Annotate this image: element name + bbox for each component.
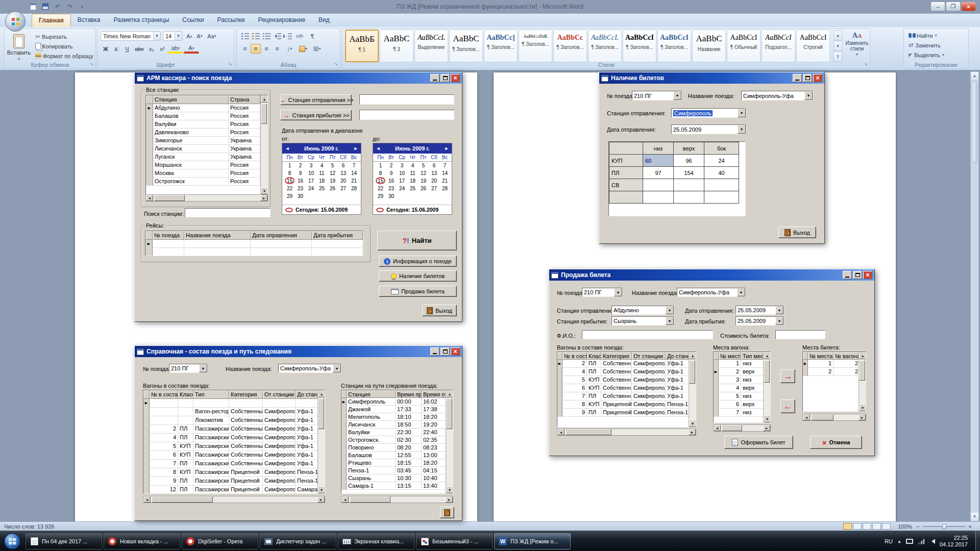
increase-indent-button[interactable] (283, 31, 293, 41)
scroll-thumb[interactable] (972, 81, 977, 163)
calendar-day[interactable]: 22 (375, 185, 386, 192)
train-name-combo[interactable]: Симферополь-Уфа▼ (278, 364, 341, 373)
justify-button[interactable]: ≡ (272, 44, 282, 54)
wagons-grid[interactable]: № в составе Класс Тип Категория От станц… (143, 390, 325, 494)
calendar-next-icon[interactable]: ► (351, 146, 361, 151)
print-layout-view-icon[interactable] (843, 523, 852, 530)
style-gallery-item[interactable]: AaBbС ¶ 3 (380, 30, 413, 62)
depart-date-combo[interactable]: 25.05.2009▼ (736, 306, 784, 315)
route-station-row[interactable]: Острогожск. 02:30 02:35 (341, 436, 453, 444)
calendar-day[interactable]: 2 (295, 162, 306, 169)
align-left-button[interactable]: ≡ (240, 44, 250, 54)
calendar-day[interactable]: 16 (295, 177, 306, 185)
calendar-day[interactable]: 30 (386, 192, 397, 200)
style-gallery-item[interactable]: АаBbCcL Выделение (414, 30, 448, 62)
add-seat-button[interactable]: → (780, 369, 795, 383)
change-styles-button[interactable]: АА Изменить стили ▾ (845, 31, 869, 57)
scroll-up-icon[interactable]: ▲ (261, 95, 268, 103)
wagons-vscrollbar[interactable]: ▲ ▼ (689, 352, 696, 427)
calendar-day[interactable]: 26 (327, 185, 338, 192)
wagons-hscrollbar[interactable]: ◄ ► (143, 496, 325, 503)
station-row[interactable]: Давлеканово Россия (146, 129, 267, 137)
find-button[interactable]: Найти▾ (906, 31, 946, 40)
flight-row[interactable]: ▶ (145, 240, 363, 248)
availability-row[interactable] (609, 191, 739, 204)
scroll-up-icon[interactable]: ▲ (689, 352, 696, 359)
style-gallery-item[interactable]: AaBbБ ¶ 1 (345, 30, 379, 62)
arrive-station-field[interactable] (359, 110, 454, 120)
train-number-combo[interactable]: 210 ПГ▼ (632, 91, 682, 101)
taskbar-button-notes[interactable]: Пн 04 дек 2017 ... (26, 533, 102, 549)
calendar-day[interactable]: 28 (439, 185, 450, 192)
wagon-row[interactable]: 6 КУП Пассажирский Собственный Симферопо… (143, 451, 325, 460)
seat-row[interactable]: 4 верх (714, 384, 770, 392)
font-size-combo[interactable]: 14▼ (163, 31, 182, 41)
scroll-right-icon[interactable]: ► (446, 496, 453, 503)
zoom-slider[interactable] (923, 526, 966, 527)
column-header[interactable]: № в составе (562, 352, 587, 360)
calendar-day[interactable]: 4 (407, 162, 418, 169)
calendar-day[interactable]: 10 (306, 169, 316, 177)
exit-button[interactable]: Выход (422, 305, 457, 316)
zoom-level[interactable]: 100% (898, 523, 912, 530)
column-header[interactable]: До станции (666, 352, 690, 360)
calendar-day[interactable]: 29 (375, 192, 386, 200)
scroll-right-icon[interactable]: ► (317, 496, 325, 503)
ticket-seat-row[interactable]: 2 2 (803, 368, 866, 376)
flights-grid[interactable]: № поезда Название поезда Дата оправления… (145, 231, 363, 256)
calendar-day[interactable]: 30 (295, 192, 306, 200)
seat-row[interactable]: 6 верх (714, 400, 770, 409)
close-button[interactable]: × (451, 347, 460, 356)
calendar-day[interactable]: 22 (284, 185, 295, 192)
copy-button[interactable]: Копировать (33, 41, 75, 51)
calendar-day[interactable]: 13 (338, 169, 349, 177)
redo-icon[interactable]: ↷ (65, 2, 75, 11)
wagon-row[interactable]: 4 ПЛ Собственн. Симферополь Уфа-1 (557, 368, 696, 376)
scroll-left-icon[interactable]: ◄ (146, 195, 153, 201)
wagon-row[interactable]: Локомотив Собственный Симферополь Уфа-1 (143, 416, 325, 425)
exit-button[interactable]: Выход (778, 227, 816, 238)
issue-ticket-button[interactable]: Оформить билет (724, 436, 793, 449)
station-row[interactable]: Москва Россия (146, 169, 267, 178)
calendar-day[interactable]: 8 (284, 169, 295, 177)
station-row[interactable]: Луганск Украина (146, 153, 267, 161)
paragraph-dialog-launcher-icon[interactable]: ⇘ (333, 62, 339, 67)
calendar-day[interactable]: 10 (397, 169, 407, 177)
clock[interactable]: 22:25 04.12.2017 (940, 535, 968, 548)
station-row[interactable]: Валуйки Россия (146, 120, 267, 129)
column-header[interactable]: Название поезда (184, 231, 251, 240)
italic-button[interactable]: К (111, 44, 121, 54)
maximize-button[interactable] (440, 347, 450, 356)
minimize-button[interactable] (843, 271, 852, 279)
arrive-date-combo[interactable]: 25.05.2009▼ (736, 316, 784, 325)
gallery-scroll-down-icon[interactable]: ▼ (834, 41, 842, 51)
wagon-row[interactable]: 12 ПЛ Пассажирский Прицепной Симферополь… (143, 486, 325, 494)
search-station-input[interactable] (185, 208, 271, 217)
column-header[interactable]: Категория (601, 352, 632, 360)
train-name-combo[interactable]: Симферополь-Уфа▼ (677, 288, 746, 297)
route-station-row[interactable]: Балашов 12:55 13:00 (341, 452, 453, 459)
strikethrough-button[interactable]: abc (133, 44, 146, 54)
calendar-day[interactable]: 15 (284, 177, 295, 185)
calendar-day[interactable]: 23 (386, 185, 397, 192)
calendar-day[interactable]: 20 (429, 177, 439, 185)
wagon-row[interactable]: 6 КУП Собственн. Симферополь Уфа-1 (557, 384, 696, 392)
calendar-day[interactable]: 27 (338, 185, 349, 192)
scroll-down-icon[interactable]: ▼ (318, 486, 325, 493)
wagon-row[interactable]: 8 КУП Прицепной Симферополь Пенза-1 (557, 400, 696, 409)
align-right-button[interactable]: ≡ (261, 44, 272, 54)
station-row[interactable]: Острогожск Россия (146, 178, 267, 186)
ticket-hscrollbar[interactable]: ◄ ► (802, 414, 866, 421)
calendar-day[interactable]: 6 (429, 162, 439, 169)
calendar-day[interactable]: 19 (418, 177, 429, 185)
select-button[interactable]: ◤Выделить▾ (906, 50, 946, 60)
wagon-row[interactable]: ▶ (143, 399, 325, 408)
column-header[interactable]: № вагона (834, 352, 860, 360)
style-gallery-item[interactable]: AaBbCсI ¶ Заголов... (623, 30, 656, 62)
web-view-icon[interactable] (863, 523, 871, 530)
depart-station-field[interactable] (359, 94, 454, 105)
column-header[interactable]: До станции (296, 390, 319, 399)
draft-view-icon[interactable] (882, 523, 891, 530)
calendar-day[interactable]: 28 (349, 185, 359, 192)
calendar-day[interactable]: 26 (418, 185, 429, 192)
